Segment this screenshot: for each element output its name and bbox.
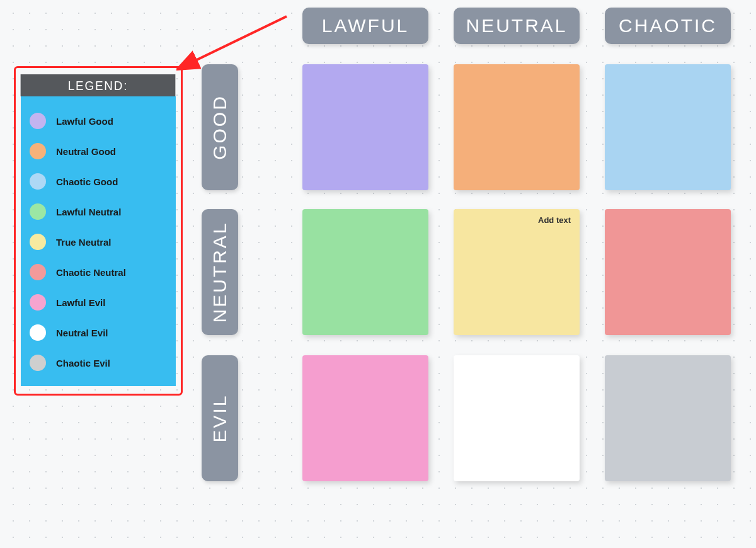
legend-item: Lawful Neutral [30,203,169,220]
legend-body: Lawful GoodNeutral GoodChaotic GoodLawfu… [21,96,176,386]
alignment-cell[interactable] [302,64,428,190]
legend-item: Lawful Evil [30,294,169,311]
col-header-label: CHAOTIC [619,15,717,37]
alignment-cell[interactable] [454,64,580,190]
legend-label: Lawful Neutral [56,207,121,217]
alignment-cell[interactable] [302,209,428,335]
alignment-cell[interactable]: Add text [454,209,580,335]
legend-title: LEGEND: [21,74,176,96]
legend-panel: LEGEND: Lawful GoodNeutral GoodChaotic G… [14,66,183,396]
row-header-label: EVIL [209,394,231,442]
col-header-label: NEUTRAL [466,15,567,37]
legend-item: Neutral Evil [30,324,169,341]
legend-swatch [30,143,46,159]
alignment-cell[interactable] [605,355,731,481]
legend-swatch [30,173,46,190]
legend-swatch [30,113,46,129]
legend-label: Neutral Evil [56,328,108,338]
col-header-label: LAWFUL [322,15,410,37]
legend-swatch [30,234,46,250]
legend-label: Chaotic Good [56,176,118,187]
col-header-neutral[interactable]: NEUTRAL [454,8,580,44]
row-header-label: GOOD [209,94,231,160]
legend-label: True Neutral [56,237,112,248]
legend-item: Lawful Good [30,113,169,129]
legend-swatch [30,355,46,371]
row-header-neutral[interactable]: NEUTRAL [202,209,238,335]
legend-label: Neutral Good [56,146,116,157]
legend-item: Chaotic Good [30,173,169,190]
legend-item: Chaotic Evil [30,355,169,371]
legend-swatch [30,264,46,280]
legend-swatch [30,203,46,220]
row-header-label: NEUTRAL [209,221,231,323]
legend-item: Neutral Good [30,143,169,159]
callout-arrow [176,11,296,71]
row-header-evil[interactable]: EVIL [202,355,238,481]
legend-label: Chaotic Evil [56,358,110,368]
add-text-prompt[interactable]: Add text [538,215,571,225]
legend-item: Chaotic Neutral [30,264,169,280]
col-header-lawful[interactable]: LAWFUL [302,8,428,44]
alignment-cell[interactable] [605,209,731,335]
legend-label: Lawful Evil [56,297,105,308]
legend-label: Lawful Good [56,116,113,127]
legend-swatch [30,294,46,311]
svg-line-0 [190,16,287,63]
alignment-cell[interactable] [454,355,580,481]
legend-swatch [30,324,46,341]
alignment-cell[interactable] [302,355,428,481]
alignment-cell[interactable] [605,64,731,190]
legend-label: Chaotic Neutral [56,267,126,278]
legend-item: True Neutral [30,234,169,250]
col-header-chaotic[interactable]: CHAOTIC [605,8,731,44]
row-header-good[interactable]: GOOD [202,64,238,190]
